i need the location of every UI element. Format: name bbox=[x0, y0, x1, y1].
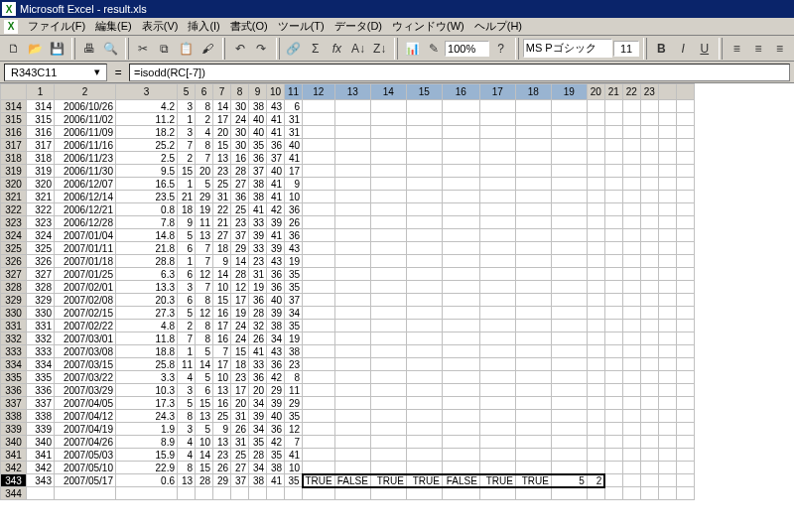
col-header-1[interactable]: 1 bbox=[27, 84, 55, 100]
table-row[interactable]: 3153152006/11/0211.2121724404131 bbox=[1, 113, 695, 126]
cell[interactable]: 13.3 bbox=[116, 281, 178, 294]
cell[interactable] bbox=[406, 384, 442, 397]
cell[interactable] bbox=[640, 320, 658, 332]
cell[interactable] bbox=[334, 462, 370, 474]
cell[interactable] bbox=[658, 436, 676, 449]
cell[interactable] bbox=[334, 436, 370, 449]
cell[interactable]: 343 bbox=[27, 474, 55, 487]
cell[interactable]: 7 bbox=[178, 332, 196, 345]
cell[interactable] bbox=[622, 410, 640, 423]
cell[interactable] bbox=[640, 423, 658, 436]
cell[interactable] bbox=[622, 152, 640, 165]
cell[interactable]: 41 bbox=[285, 152, 303, 165]
cell[interactable]: 17 bbox=[213, 358, 231, 371]
cell[interactable]: 23.5 bbox=[116, 191, 178, 203]
menu-window[interactable]: ウィンドウ(W) bbox=[388, 18, 468, 35]
cell[interactable]: 41 bbox=[267, 178, 285, 191]
cell[interactable] bbox=[676, 332, 694, 345]
cell[interactable] bbox=[479, 384, 515, 397]
cell[interactable]: 29 bbox=[267, 384, 285, 397]
row-header[interactable]: 335 bbox=[1, 371, 27, 384]
cell[interactable]: 327 bbox=[27, 268, 55, 281]
cell[interactable] bbox=[587, 178, 604, 191]
hyperlink-icon[interactable]: 🔗 bbox=[284, 38, 305, 60]
cell[interactable] bbox=[676, 449, 694, 462]
cell[interactable] bbox=[334, 268, 370, 281]
cell[interactable] bbox=[604, 255, 622, 268]
cell[interactable] bbox=[406, 100, 442, 113]
cell[interactable]: 31 bbox=[249, 268, 267, 281]
table-row[interactable]: 3213212006/12/1423.521293136384110 bbox=[1, 191, 695, 203]
cell[interactable] bbox=[515, 113, 551, 126]
cell[interactable] bbox=[658, 371, 676, 384]
cell[interactable] bbox=[515, 462, 551, 474]
table-row[interactable]: 3283282007/02/0113.3371012193635 bbox=[1, 281, 695, 294]
cell[interactable] bbox=[604, 423, 622, 436]
col-header-14[interactable]: 14 bbox=[370, 84, 406, 100]
cell[interactable] bbox=[676, 165, 694, 178]
row-header[interactable]: 343 bbox=[1, 474, 27, 487]
align-left-icon[interactable]: ≡ bbox=[727, 38, 747, 60]
cell[interactable] bbox=[479, 307, 515, 320]
cell[interactable] bbox=[658, 178, 676, 191]
cell[interactable] bbox=[622, 191, 640, 203]
cell[interactable] bbox=[640, 178, 658, 191]
cell[interactable] bbox=[658, 203, 676, 216]
cell[interactable]: 39 bbox=[267, 216, 285, 229]
cell[interactable] bbox=[479, 294, 515, 307]
table-row[interactable]: 3243242007/01/0414.85132737394136 bbox=[1, 229, 695, 242]
cell[interactable]: 8 bbox=[178, 462, 196, 474]
cell[interactable] bbox=[658, 320, 676, 332]
cell[interactable]: 28 bbox=[196, 474, 213, 487]
cell[interactable] bbox=[334, 487, 370, 500]
table-row[interactable]: 3393392007/04/191.935926343612 bbox=[1, 423, 695, 436]
cell[interactable] bbox=[479, 320, 515, 332]
cell[interactable] bbox=[303, 320, 335, 332]
cell[interactable]: 14 bbox=[231, 255, 249, 268]
cell[interactable]: 2006/11/09 bbox=[55, 126, 116, 139]
row-header[interactable]: 339 bbox=[1, 423, 27, 436]
underline-icon[interactable]: U bbox=[694, 38, 715, 60]
cell[interactable]: 38 bbox=[285, 345, 303, 358]
col-header-6[interactable]: 6 bbox=[196, 84, 213, 100]
cell[interactable] bbox=[334, 139, 370, 152]
paste-icon[interactable]: 📋 bbox=[176, 38, 197, 60]
table-row[interactable]: 3183182006/11/232.5271316363741 bbox=[1, 152, 695, 165]
cell[interactable]: 34 bbox=[249, 423, 267, 436]
col-header-18[interactable]: 18 bbox=[515, 84, 551, 100]
cell[interactable] bbox=[622, 474, 640, 487]
cell[interactable]: 37 bbox=[249, 165, 267, 178]
redo-icon[interactable]: ↷ bbox=[251, 38, 272, 60]
cell[interactable] bbox=[551, 165, 587, 178]
cell[interactable] bbox=[479, 371, 515, 384]
cell[interactable] bbox=[442, 371, 479, 384]
cell[interactable]: 39 bbox=[249, 229, 267, 242]
cell[interactable] bbox=[334, 345, 370, 358]
cell[interactable] bbox=[676, 345, 694, 358]
cell[interactable] bbox=[479, 423, 515, 436]
cell[interactable] bbox=[658, 126, 676, 139]
cell[interactable]: TRUE bbox=[515, 474, 551, 487]
cell[interactable]: 335 bbox=[27, 371, 55, 384]
cell[interactable] bbox=[479, 229, 515, 242]
cell[interactable] bbox=[640, 152, 658, 165]
cell[interactable]: 31 bbox=[213, 191, 231, 203]
cell[interactable] bbox=[406, 320, 442, 332]
cell[interactable]: 11 bbox=[178, 358, 196, 371]
cell[interactable] bbox=[334, 281, 370, 294]
cell[interactable] bbox=[479, 139, 515, 152]
cell[interactable] bbox=[515, 229, 551, 242]
cell[interactable]: 323 bbox=[27, 216, 55, 229]
cell[interactable] bbox=[658, 268, 676, 281]
chevron-down-icon[interactable]: ▾ bbox=[94, 66, 100, 78]
cell[interactable] bbox=[515, 320, 551, 332]
cell[interactable] bbox=[515, 100, 551, 113]
cell[interactable] bbox=[676, 474, 694, 487]
cell[interactable]: 41 bbox=[249, 203, 267, 216]
cell[interactable] bbox=[442, 397, 479, 410]
cell[interactable] bbox=[27, 487, 55, 500]
cell[interactable]: 2006/12/21 bbox=[55, 203, 116, 216]
cell[interactable]: 36 bbox=[267, 423, 285, 436]
cell[interactable] bbox=[587, 152, 604, 165]
cell[interactable]: 15 bbox=[178, 165, 196, 178]
